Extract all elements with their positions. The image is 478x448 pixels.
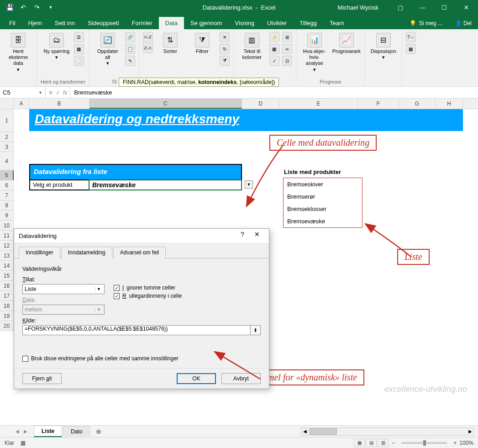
row-header[interactable]: 3: [0, 142, 14, 152]
sort-za-icon[interactable]: Z↓A: [143, 43, 153, 53]
source-input[interactable]: =FORSKYVNING($E$5,0,0,ANTALLA($E$5:$E$10…: [22, 325, 251, 335]
clear-all-button[interactable]: Fjern alt: [22, 373, 62, 384]
view-page-break-icon[interactable]: ▥: [378, 439, 389, 447]
row-header[interactable]: 16: [0, 281, 14, 291]
text-to-columns-button[interactable]: ▥Tekst til kolonner: [237, 31, 267, 62]
connections-icon[interactable]: 🔗: [125, 32, 135, 42]
properties-icon[interactable]: 📋: [125, 44, 135, 54]
minimize-icon[interactable]: —: [413, 2, 431, 12]
list-item[interactable]: Bremseskiver: [284, 178, 362, 190]
redo-icon[interactable]: ↷: [31, 2, 43, 12]
ok-button[interactable]: OK: [177, 373, 216, 384]
range-picker-icon[interactable]: ⬆: [251, 325, 261, 335]
from-table-icon[interactable]: ▦: [74, 44, 84, 54]
sort-button[interactable]: ⇅Sorter: [156, 31, 185, 56]
relationships-icon[interactable]: ∞: [282, 44, 292, 54]
share-button[interactable]: 👤 Del: [449, 17, 478, 29]
outline-button[interactable]: ⊟Disposisjon ▾: [369, 31, 398, 62]
row-header[interactable]: 2: [0, 132, 14, 142]
advanced-filter-icon[interactable]: ⧩: [220, 56, 230, 66]
row-header[interactable]: 17: [0, 291, 14, 301]
cell-b5[interactable]: Velg et produkt: [29, 179, 89, 190]
refresh-all-button[interactable]: 🔄Oppdater alt ▾: [93, 31, 122, 69]
horizontal-scrollbar[interactable]: ◀▶: [301, 427, 474, 436]
what-if-button[interactable]: 📊Hva-skjer-hvis-analyse ▾: [300, 31, 329, 74]
consolidate-icon[interactable]: ⊞: [282, 32, 292, 42]
sort-az-icon[interactable]: A↓Z: [143, 32, 153, 42]
dialog-help-icon[interactable]: ?: [235, 231, 250, 242]
col-header-b[interactable]: B: [29, 99, 89, 109]
cell-dropdown-icon[interactable]: ▼: [245, 180, 253, 189]
reapply-icon[interactable]: ↻: [220, 44, 230, 54]
list-item[interactable]: Bremsevæske: [284, 215, 362, 227]
row-header[interactable]: 8: [0, 200, 14, 211]
dialog-close-icon[interactable]: ✕: [250, 231, 264, 242]
zoom-level[interactable]: 100%: [459, 440, 473, 446]
tab-data[interactable]: Data: [159, 17, 184, 29]
tab-sett-inn[interactable]: Sett inn: [48, 17, 81, 29]
row-header[interactable]: 10: [0, 221, 14, 231]
cancel-button[interactable]: Avbryt: [221, 373, 261, 384]
tab-fil[interactable]: Fil: [3, 17, 22, 29]
undo-icon[interactable]: ↶: [17, 2, 29, 12]
row-header[interactable]: 19: [0, 311, 14, 321]
get-external-data-button[interactable]: 🗄Hent eksterne data ▾: [4, 31, 33, 74]
tab-se-gjennom[interactable]: Se gjennom: [184, 17, 228, 29]
col-header-g[interactable]: G: [399, 99, 436, 109]
tab-hjem[interactable]: Hjem: [22, 17, 48, 29]
row-header[interactable]: 18: [0, 301, 14, 311]
tell-me[interactable]: 💡 Si meg ...: [403, 17, 449, 29]
col-header-f[interactable]: F: [358, 99, 399, 109]
row-header[interactable]: 4: [0, 152, 14, 170]
list-item[interactable]: Bremserør: [284, 190, 362, 203]
dialog-tab-error-alert[interactable]: Advarsel om feil: [113, 247, 166, 258]
flash-fill-icon[interactable]: ⚡: [269, 32, 279, 42]
maximize-icon[interactable]: ☐: [435, 2, 453, 12]
zoom-slider[interactable]: [401, 442, 447, 444]
zoom-out-icon[interactable]: −: [392, 440, 395, 446]
zoom-in-icon[interactable]: +: [453, 440, 457, 446]
row-header[interactable]: 13: [0, 251, 14, 261]
close-icon[interactable]: ✕: [457, 2, 475, 12]
recent-sources-icon[interactable]: 🕓: [74, 56, 84, 66]
name-box[interactable]: C5▼: [0, 87, 46, 98]
manage-data-model-icon[interactable]: ⊡: [282, 56, 292, 66]
data-validation-icon[interactable]: ✓: [269, 56, 279, 66]
enter-formula-icon[interactable]: ✓: [56, 90, 60, 96]
edit-links-icon[interactable]: ✎: [125, 56, 135, 66]
add-sheet-icon[interactable]: ⊕: [94, 427, 104, 437]
clear-filter-icon[interactable]: ✕: [220, 32, 230, 42]
sheet-nav-first-icon[interactable]: ◀: [14, 429, 21, 434]
dialog-tab-settings[interactable]: Innstillinger: [19, 247, 60, 258]
user-name[interactable]: Michael Wycisk: [338, 4, 378, 11]
formula-bar[interactable]: Bremsevæske: [70, 87, 478, 98]
row-header[interactable]: 15: [0, 271, 14, 281]
row-header[interactable]: 11: [0, 231, 14, 241]
view-normal-icon[interactable]: ▦: [354, 439, 365, 447]
row-header[interactable]: 20: [0, 321, 14, 331]
sheet-tab-liste[interactable]: Liste: [34, 426, 62, 437]
row-header[interactable]: 14: [0, 261, 14, 271]
save-icon[interactable]: 💾: [4, 2, 16, 12]
analysis-icon[interactable]: ▦: [406, 44, 416, 54]
tab-utvikler[interactable]: Utvikler: [261, 17, 293, 29]
col-header-h[interactable]: H: [436, 99, 463, 109]
tab-tillegg[interactable]: Tillegg: [293, 17, 323, 29]
ignore-blank-checkbox[interactable]: ✓ IIgnorer tomme cellergnorer tomme cell…: [114, 285, 182, 291]
solver-icon[interactable]: ?→: [406, 32, 416, 42]
macro-record-icon[interactable]: ▦: [21, 440, 26, 446]
row-header[interactable]: 5: [0, 170, 14, 180]
row-header[interactable]: 12: [0, 241, 14, 251]
list-item[interactable]: Bremseklosser: [284, 203, 362, 215]
ribbon-display-icon[interactable]: ▢: [391, 2, 410, 12]
row-header[interactable]: 9: [0, 211, 14, 221]
tab-sideoppsett[interactable]: Sideoppsett: [81, 17, 126, 29]
cancel-formula-icon[interactable]: ✕: [48, 90, 53, 96]
remove-duplicates-icon[interactable]: ▦: [269, 44, 279, 54]
new-query-button[interactable]: 🗂Ny spørring ▾: [42, 31, 71, 62]
col-header-c[interactable]: C: [89, 99, 242, 109]
sheet-nav-last-icon[interactable]: ▶: [22, 429, 29, 434]
apply-all-checkbox[interactable]: Bruk disse endringene på alle celler med…: [22, 355, 261, 362]
fx-icon[interactable]: fx: [63, 90, 67, 96]
view-page-layout-icon[interactable]: ▤: [366, 439, 377, 447]
